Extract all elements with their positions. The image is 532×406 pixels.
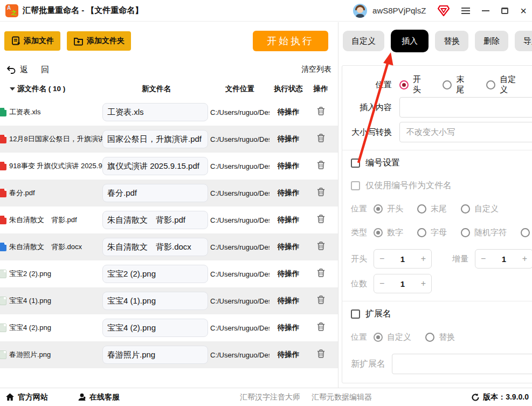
case-convert-select[interactable]: 不改变大小写 [399, 122, 532, 142]
file-type-icon [0, 135, 6, 143]
new-filename-input[interactable] [102, 265, 208, 283]
plus-icon[interactable]: + [421, 279, 426, 288]
menu-icon[interactable] [461, 8, 470, 14]
file-location: C:/Users/ruguo/Deskt [210, 351, 270, 359]
start-number-value: 1 [400, 254, 405, 264]
source-filename: 朱自清散文 背影.docx [0, 242, 102, 252]
digits-stepper[interactable]: − 1 + [374, 274, 432, 293]
execute-status: 待操作 [270, 134, 307, 144]
file-type-icon [0, 243, 6, 251]
delete-row-button[interactable] [307, 134, 334, 144]
tab-insert[interactable]: 插入 [391, 30, 429, 52]
new-filename-input[interactable] [102, 292, 208, 310]
digits-label: 位数 [351, 279, 367, 289]
tab-custom[interactable]: 自定义 [343, 31, 384, 51]
user-avatar-icon[interactable] [353, 4, 367, 18]
table-row: 朱自清散文 背影.docxC:/Users/ruguo/Deskt待操作 [0, 233, 338, 260]
start-execute-button[interactable]: 开始执行 [253, 31, 328, 51]
radio-selected-icon [399, 80, 409, 90]
new-filename-input[interactable] [102, 184, 208, 202]
radio-type-random[interactable]: 随机字符 [461, 228, 507, 238]
table-row: 宝宝4 (2).pngC:/Users/ruguo/Deskt待操作 [0, 314, 338, 341]
clear-list-button[interactable]: 清空列表 [301, 65, 331, 74]
new-filename-cell [102, 211, 210, 229]
delete-row-button[interactable] [307, 107, 334, 118]
delete-row-button[interactable] [307, 242, 334, 252]
radio-position-custom[interactable]: 自定义 [486, 74, 524, 95]
maximize-button[interactable] [501, 8, 508, 14]
increment-stepper[interactable]: − 1 + [475, 249, 532, 269]
new-filename-input[interactable] [102, 130, 208, 148]
radio-ext-replace[interactable]: 替换 [425, 332, 455, 342]
minus-icon[interactable]: − [379, 254, 384, 264]
radio-num-pos-custom[interactable]: 自定义 [461, 204, 499, 214]
delete-row-button[interactable] [307, 215, 334, 225]
online-support-link[interactable]: 在线客服 [78, 393, 120, 402]
vip-badge-icon[interactable] [438, 5, 450, 16]
new-filename-input[interactable] [102, 103, 208, 121]
case-convert-label: 大小写转换 [342, 127, 392, 137]
numbering-start-row: 开头 − 1 + 增量 − 1 + [342, 249, 532, 269]
radio-selected-disabled-icon [374, 204, 383, 214]
execute-status: 待操作 [270, 188, 307, 198]
source-filename: 工资表.xls [0, 107, 102, 117]
delete-row-button[interactable] [307, 349, 334, 360]
column-source[interactable]: 源文件名 ( 10 ) [0, 84, 102, 94]
minus-icon[interactable]: − [379, 279, 384, 288]
radio-position-end[interactable]: 末尾 [443, 74, 472, 95]
add-folder-label: 添加文件夹 [87, 36, 125, 46]
insert-content-input[interactable] [399, 97, 532, 118]
execute-status: 待操作 [270, 323, 307, 333]
radio-type-time[interactable]: 时间 [521, 228, 532, 238]
delete-row-button[interactable] [307, 295, 334, 306]
radio-position-start[interactable]: 开头 [399, 74, 429, 95]
add-file-button[interactable]: 添加文件 [4, 31, 60, 51]
pinyin-master-link[interactable]: 汇帮汉字注音大师 [240, 393, 300, 402]
back-button[interactable]: 返 回 [6, 65, 54, 75]
minus-icon[interactable]: − [481, 254, 486, 264]
delete-row-button[interactable] [307, 188, 334, 198]
new-extension-label: 新扩展名 [351, 359, 385, 370]
extension-checkbox[interactable] [351, 309, 360, 319]
file-location: C:/Users/ruguo/Deskt [210, 243, 270, 251]
new-extension-input[interactable] [392, 354, 532, 374]
insert-content-label: 插入内容 [342, 102, 392, 113]
execute-status: 待操作 [270, 350, 307, 360]
file-rows: 工资表.xlsC:/Users/ruguo/Deskt待操作12月8日国家公祭日… [0, 99, 338, 388]
new-filename-input[interactable] [102, 319, 208, 337]
app-title: 汇帮批量重命名 - 【文件重命名】 [23, 5, 143, 16]
delete-row-button[interactable] [307, 269, 334, 279]
radio-num-pos-end[interactable]: 末尾 [417, 204, 447, 214]
metadata-editor-link[interactable]: 汇帮元数据编辑器 [312, 393, 372, 402]
version-label: 版本：3.9.0.0 [483, 393, 529, 402]
new-filename-input[interactable] [102, 346, 208, 364]
numbering-checkbox[interactable] [351, 159, 360, 168]
new-filename-input[interactable] [102, 238, 208, 256]
plus-icon[interactable]: + [421, 254, 426, 264]
execute-status: 待操作 [270, 296, 307, 306]
delete-row-button[interactable] [307, 161, 334, 171]
start-number-stepper[interactable]: − 1 + [374, 249, 432, 269]
version-info: 版本：3.9.0.0 [471, 393, 529, 402]
radio-type-letter[interactable]: 字母 [417, 228, 447, 238]
trash-icon [317, 322, 325, 331]
close-button[interactable]: × [520, 5, 527, 16]
plus-icon[interactable]: + [522, 254, 527, 264]
file-location: C:/Users/ruguo/Deskt [210, 216, 270, 224]
official-website-link[interactable]: 官方网站 [5, 393, 48, 402]
radio-icon [443, 80, 452, 90]
radio-ext-custom[interactable]: 自定义 [374, 332, 411, 342]
tab-delete[interactable]: 删除 [475, 31, 508, 51]
add-folder-button[interactable]: 添加文件夹 [67, 31, 131, 51]
app-window: A之 汇帮批量重命名 - 【文件重命名】 awS8PVjPqlsZ × 添加文件 [0, 0, 532, 406]
delete-row-button[interactable] [307, 322, 334, 333]
tab-import[interactable]: 导入 [515, 31, 532, 51]
trash-icon [317, 188, 325, 196]
radio-num-pos-start[interactable]: 开头 [374, 204, 403, 214]
minimize-button[interactable] [482, 10, 489, 11]
only-number-checkbox[interactable] [351, 181, 360, 190]
radio-type-number[interactable]: 数字 [374, 228, 403, 238]
new-filename-input[interactable] [102, 157, 208, 175]
tab-replace[interactable]: 替换 [435, 31, 468, 51]
new-filename-input[interactable] [102, 211, 208, 229]
